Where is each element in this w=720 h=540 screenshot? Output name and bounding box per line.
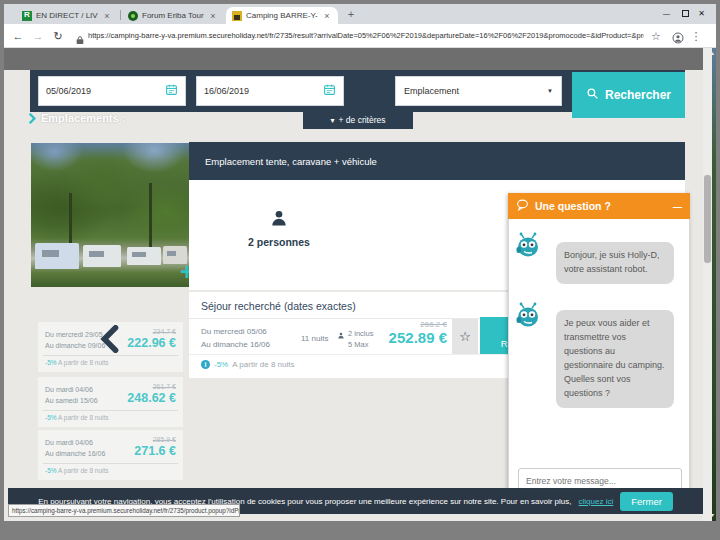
window-close-button[interactable] — [698, 8, 705, 19]
caravan-shape — [127, 247, 161, 265]
menu-dots-icon[interactable] — [688, 24, 704, 48]
carousel-prev-icon[interactable] — [98, 325, 120, 357]
alt-date-to: Au samedi 15/06 — [45, 395, 98, 406]
capacity-max: 5 Max — [348, 339, 373, 350]
window-minimize-button[interactable] — [663, 8, 670, 19]
calendar-icon[interactable] — [165, 82, 178, 100]
scrollbar[interactable] — [703, 48, 712, 521]
accommodation-select[interactable]: Emplacement — [395, 76, 562, 106]
url-text[interactable]: https://camping-barre-y-va.premium.secur… — [88, 24, 644, 48]
product-photo[interactable] — [31, 143, 189, 287]
occupancy-block: 2 personnes — [229, 208, 329, 248]
window-maximize-button[interactable] — [682, 10, 689, 17]
close-tab-icon[interactable] — [208, 11, 218, 21]
chat-header[interactable]: Une question ? — [508, 193, 690, 219]
alt-date-from: Du mardi 04/06 — [45, 437, 105, 448]
chat-body: Bonjour, je suis Holly-D, votre assistan… — [508, 219, 690, 490]
more-criteria-button[interactable]: + de critères — [303, 110, 413, 129]
bookmark-star-icon[interactable] — [648, 24, 664, 48]
cookie-link[interactable]: cliquez ici — [579, 497, 614, 506]
alt-old-price: 261.7 € — [153, 383, 176, 390]
back-icon[interactable] — [10, 24, 26, 48]
alt-price: 248.62 € — [127, 391, 176, 405]
caret-down-icon — [330, 115, 334, 125]
product-title-bar: Emplacement tente, caravane + véhicule — [189, 142, 685, 180]
tab-strip: EN DIRECT / LIVE: Nevers - Cyc Forum Eri… — [4, 4, 716, 24]
search-button-label: Rechercher — [605, 88, 671, 102]
tab-title: Forum Eriba Touring.com + Con — [142, 11, 204, 20]
reload-icon[interactable] — [50, 24, 66, 48]
scroll-up-icon[interactable] — [711, 50, 716, 56]
section-title: Emplacements : — [28, 112, 125, 124]
discount-percent: -5% — [214, 360, 228, 369]
offer-capacity: 2 inclus 5 Max — [337, 328, 373, 351]
robot-avatar — [516, 232, 540, 264]
alt-old-price: 285.9 € — [153, 436, 176, 443]
forward-icon[interactable] — [30, 24, 46, 48]
person-icon — [337, 331, 345, 340]
alt-date-from: Du mercredi 29/05 — [45, 329, 105, 340]
more-criteria-label: + de critères — [339, 115, 386, 125]
caravan-shape — [83, 245, 121, 267]
caravan-shape — [35, 243, 79, 269]
discount-text: A partir de 8 nuits — [232, 360, 294, 369]
alt-price: 222.96 € — [127, 336, 176, 350]
alt-price: 271.6 € — [134, 444, 176, 458]
chat-title: Une question ? — [535, 200, 611, 212]
scroll-down-icon[interactable] — [711, 512, 716, 518]
alt-offer-card[interactable]: Du mardi 04/06 Au dimanche 16/06 285.9 €… — [38, 430, 183, 480]
robot-avatar — [516, 302, 540, 334]
lock-icon — [76, 31, 84, 49]
departure-date-input[interactable] — [204, 86, 323, 96]
capacity-included: 2 inclus — [348, 328, 373, 339]
arrival-date-input[interactable] — [46, 86, 165, 96]
chat-message: Je peux vous aider et transmettre vos qu… — [556, 310, 674, 408]
tab-favicon — [22, 11, 32, 21]
browser-window: EN DIRECT / LIVE: Nevers - Cyc Forum Eri… — [4, 4, 716, 521]
tab-title: EN DIRECT / LIVE: Nevers - Cyc — [36, 11, 98, 20]
status-url-tooltip: https://camping-barre-y-va.premium.secur… — [8, 504, 240, 517]
background-photo-strip — [712, 48, 716, 521]
new-tab-button[interactable] — [344, 8, 358, 22]
offer-nights: 11 nuits — [301, 334, 328, 343]
tab-favicon — [128, 11, 138, 21]
speech-bubble-icon — [516, 199, 529, 213]
tab-title: Camping BARRE-Y-VA — [246, 11, 318, 20]
close-tab-icon[interactable] — [102, 11, 112, 21]
occupancy-label: 2 personnes — [229, 236, 329, 248]
section-title-label: Emplacements : — [41, 112, 125, 124]
favorite-star-button[interactable] — [452, 319, 478, 354]
search-button[interactable]: Rechercher — [572, 72, 685, 118]
old-price: 266.2 € — [389, 320, 447, 329]
select-caret-icon — [547, 88, 553, 94]
search-bar: Emplacement Rechercher + de critères — [30, 70, 685, 112]
price: 252.89 € — [389, 329, 447, 346]
alt-date-to: Au dimanche 16/06 — [45, 448, 105, 459]
chat-widget: Une question ? Bonjour, je suis Holly-D,… — [508, 193, 690, 490]
page-top-band — [4, 48, 703, 70]
stay-panel-title: Séjour recherché (dates exactes) — [201, 300, 356, 312]
person-icon — [269, 208, 289, 228]
offer-dates: Du mercredi 05/06 Au dimanche 16/06 — [201, 326, 270, 352]
chevron-right-icon — [28, 113, 36, 124]
minimize-chat-icon[interactable] — [673, 200, 682, 212]
browser-tab-1[interactable]: EN DIRECT / LIVE: Nevers - Cyc — [16, 7, 118, 24]
offer-prices: 266.2 € 252.89 € — [389, 320, 447, 346]
tab-separator — [120, 10, 121, 20]
browser-tab-2[interactable]: Forum Eriba Touring.com + Con — [122, 7, 224, 24]
calendar-icon[interactable] — [323, 82, 336, 100]
alt-date-to: Au dimanche 09/06 — [45, 340, 105, 351]
alt-date-from: Du mardi 04/06 — [45, 384, 98, 395]
scrollbar-thumb[interactable] — [704, 175, 711, 263]
page-content: Emplacement Rechercher + de critères Emp… — [4, 48, 716, 521]
browser-tab-active[interactable]: Camping BARRE-Y-VA — [226, 7, 338, 24]
browser-toolbar: https://camping-barre-y-va.premium.secur… — [4, 24, 716, 48]
arrival-date-field[interactable] — [38, 76, 186, 106]
close-tab-icon[interactable] — [322, 11, 332, 21]
info-icon — [201, 360, 210, 369]
departure-date-field[interactable] — [196, 76, 344, 106]
alt-offer-card[interactable]: Du mardi 04/06 Au samedi 15/06 261.7 € 2… — [38, 377, 183, 427]
profile-icon[interactable] — [672, 30, 684, 48]
cookie-close-button[interactable]: Fermer — [620, 492, 673, 511]
alt-old-price: 234.7 € — [153, 328, 176, 335]
